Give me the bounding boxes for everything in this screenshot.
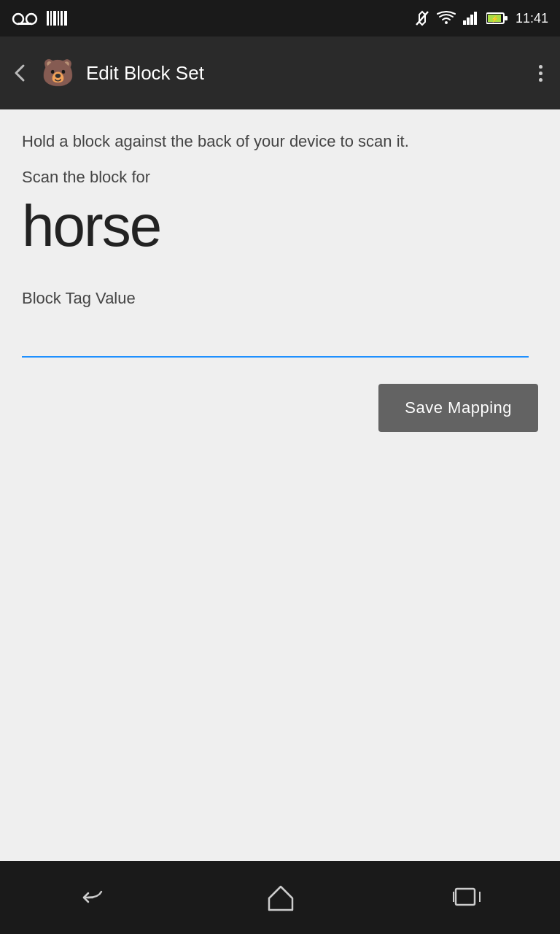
svg-rect-21 <box>453 892 454 902</box>
voicemail-icon <box>12 11 38 26</box>
svg-marker-19 <box>269 887 292 910</box>
barcode-icon <box>47 11 67 26</box>
svg-rect-12 <box>467 18 470 25</box>
svg-text:⚡: ⚡ <box>490 15 499 23</box>
status-bar: ⚡ 11:41 <box>0 0 560 36</box>
svg-rect-22 <box>479 892 481 902</box>
battery-icon: ⚡ <box>486 12 508 25</box>
signal-icon <box>463 12 479 25</box>
nav-back-icon <box>78 886 110 909</box>
nav-recents-button[interactable] <box>429 879 504 916</box>
svg-point-1 <box>26 14 36 24</box>
save-mapping-button[interactable]: Save Mapping <box>378 384 538 432</box>
nav-home-button[interactable] <box>244 876 317 919</box>
mute-icon <box>415 10 429 26</box>
status-bar-right: ⚡ 11:41 <box>415 10 548 26</box>
svg-rect-17 <box>505 16 508 20</box>
main-content: Hold a block against the back of your de… <box>0 109 560 861</box>
svg-rect-11 <box>463 20 466 25</box>
overflow-menu-button[interactable] <box>533 59 548 88</box>
back-button[interactable] <box>12 63 29 83</box>
svg-rect-20 <box>456 889 475 905</box>
svg-rect-8 <box>64 11 67 26</box>
app-bar: 🐻 Edit Block Set <box>0 36 560 109</box>
bottom-nav <box>0 861 560 934</box>
svg-rect-3 <box>47 11 49 26</box>
tag-input-container <box>22 328 538 358</box>
app-icon: 🐻 <box>39 55 76 91</box>
svg-point-0 <box>13 14 23 24</box>
svg-rect-14 <box>474 12 477 25</box>
scan-label: Scan the block for <box>22 168 538 187</box>
nav-home-icon <box>266 884 295 911</box>
svg-line-10 <box>416 12 428 25</box>
page-title: Edit Block Set <box>86 62 523 85</box>
nav-recents-icon <box>451 886 482 909</box>
svg-rect-4 <box>50 11 52 26</box>
wifi-icon <box>437 11 456 26</box>
block-tag-input[interactable] <box>22 328 529 358</box>
svg-rect-6 <box>58 11 59 26</box>
svg-rect-5 <box>53 11 56 26</box>
svg-rect-2 <box>18 23 31 25</box>
time-display: 11:41 <box>516 11 548 26</box>
svg-rect-7 <box>61 11 63 26</box>
nav-back-button[interactable] <box>56 879 132 916</box>
status-bar-left <box>12 11 67 26</box>
scan-word: horse <box>22 193 538 260</box>
instruction-text: Hold a block against the back of your de… <box>22 130 538 153</box>
block-tag-label: Block Tag Value <box>22 289 538 308</box>
svg-rect-13 <box>470 15 473 25</box>
